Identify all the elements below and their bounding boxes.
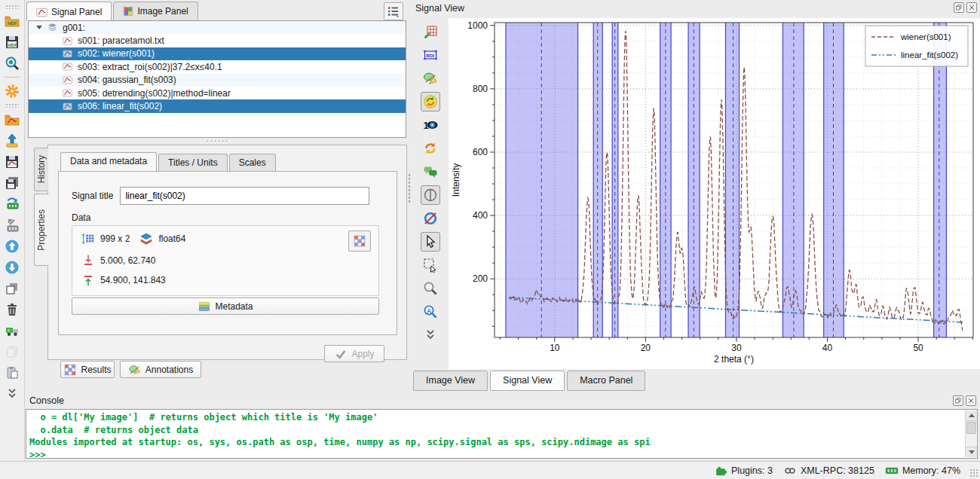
- signal-view-title: Signal View: [415, 3, 464, 14]
- open-signal-button[interactable]: [3, 111, 21, 129]
- toolbar-drag-handle[interactable]: [5, 103, 19, 108]
- more-chevron-button[interactable]: [421, 325, 440, 345]
- curve-marker-button[interactable]: [421, 185, 440, 205]
- annotations-button[interactable]: Annotations: [120, 361, 201, 378]
- tree-item-s005[interactable]: s005: detrending(s002)|method=linear: [29, 87, 406, 99]
- svg-text:600: 600: [473, 147, 488, 157]
- signal-icon: [62, 75, 73, 85]
- tab-signal-panel[interactable]: Signal Panel: [26, 2, 112, 21]
- signal-icon: [62, 88, 73, 98]
- console-close-icon[interactable]: [966, 395, 976, 406]
- signal-view-titlebar: Signal View: [411, 0, 980, 17]
- auto-refresh-button[interactable]: [421, 92, 440, 111]
- roi-editor-button[interactable]: ROI: [421, 45, 440, 65]
- comments-button[interactable]: [421, 162, 440, 182]
- tree-item-label: s004: gaussian_fit(s003): [78, 75, 176, 85]
- tab-data-and-metadata[interactable]: Data and metadata: [60, 152, 157, 172]
- tab-signal-view[interactable]: Signal View: [490, 371, 565, 391]
- save-all-button[interactable]: [3, 174, 21, 192]
- tab-image-panel[interactable]: Image Panel: [113, 2, 198, 20]
- panel-menu-button[interactable]: [384, 2, 403, 20]
- console-scrollbar[interactable]: [965, 410, 976, 457]
- tab-macro-panel[interactable]: Macro Panel: [567, 371, 645, 391]
- expand-icon[interactable]: [36, 26, 42, 29]
- scroll-thumb[interactable]: [966, 422, 976, 434]
- no-curve-button[interactable]: [421, 209, 440, 228]
- tab-image-view[interactable]: Image View: [413, 371, 488, 391]
- console-output[interactable]: o = dl['My image'] # returns object whic…: [26, 409, 978, 459]
- float-icon[interactable]: [954, 2, 964, 13]
- group-icon: [47, 23, 58, 32]
- results-icon: [63, 363, 77, 377]
- svg-text:20: 20: [641, 343, 651, 353]
- rect-select-button[interactable]: [421, 255, 440, 275]
- tree-item-s002[interactable]: s002: wiener(s001): [29, 47, 406, 60]
- more-chevron-button[interactable]: [3, 385, 21, 403]
- view-one-button[interactable]: 1: [421, 115, 440, 135]
- console-float-icon[interactable]: [953, 395, 963, 406]
- signal-tree[interactable]: g001:s001: paracetamol.txts002: wiener(s…: [28, 20, 406, 138]
- view-tabbar: Image View Signal View Macro Panel: [413, 371, 648, 391]
- tree-group-label: g001:: [63, 23, 85, 33]
- refresh-button[interactable]: [421, 139, 440, 158]
- delete-button[interactable]: [3, 301, 21, 319]
- browse-hdf5-button[interactable]: [3, 54, 21, 72]
- plugins-status: Plugins: 3: [714, 464, 773, 477]
- tab-properties[interactable]: Properties: [34, 194, 48, 266]
- tab-signal-panel-label: Signal Panel: [51, 7, 102, 17]
- resize-grip[interactable]: [969, 468, 978, 477]
- svg-text:A: A: [427, 307, 431, 314]
- signal-icon: [62, 102, 73, 111]
- from-memory-button[interactable]: [3, 216, 21, 234]
- view-data-table-button[interactable]: [348, 230, 371, 252]
- zoom-auto-button[interactable]: A: [421, 302, 440, 322]
- to-memory-button[interactable]: [3, 195, 21, 213]
- toolbar-separator: [5, 77, 20, 78]
- signal-title-input[interactable]: [120, 187, 369, 205]
- svg-text:800: 800: [473, 84, 488, 94]
- results-button[interactable]: Results: [60, 361, 115, 378]
- svg-text:HDF: HDF: [8, 43, 18, 47]
- move-up-button[interactable]: [3, 237, 21, 255]
- tree-group-g001[interactable]: g001:: [29, 21, 406, 34]
- toolbar-drag-handle[interactable]: [5, 5, 19, 9]
- move-down-button[interactable]: [3, 258, 21, 276]
- annotations-icon: [128, 363, 142, 377]
- annotations-tool-button[interactable]: [421, 69, 440, 88]
- duplicate-button[interactable]: [3, 279, 21, 297]
- data-min: 5.000, 62.740: [100, 255, 155, 266]
- splitter-handle[interactable]: [25, 139, 409, 143]
- open-hdf5-button[interactable]: HDF: [3, 12, 21, 30]
- delete-all-button[interactable]: 0: [3, 322, 21, 340]
- tree-item-s006[interactable]: s006: linear_fit(s002): [29, 99, 406, 112]
- console-titlebar: Console: [25, 395, 980, 409]
- import-text-button[interactable]: [3, 132, 21, 150]
- signal-icon: [62, 36, 73, 46]
- tree-item-s001[interactable]: s001: paracetamol.txt: [29, 34, 406, 47]
- signal-plot[interactable]: 102030405020040060080010002 theta (°)Int…: [449, 18, 980, 369]
- memory-icon: [885, 464, 899, 477]
- signal-icon: [62, 49, 73, 59]
- export-table-button[interactable]: [421, 22, 440, 41]
- paste-button[interactable]: [3, 364, 21, 382]
- xmlrpc-status: XML-RPC: 38125: [783, 464, 874, 477]
- select-cursor-button[interactable]: [421, 232, 440, 252]
- scroll-down-icon[interactable]: [966, 447, 977, 457]
- svg-text:40: 40: [822, 343, 833, 353]
- zoom-button[interactable]: [421, 279, 440, 298]
- tab-history[interactable]: History: [34, 148, 48, 191]
- min-icon: [81, 254, 95, 267]
- metadata-button[interactable]: Metadata: [72, 297, 379, 315]
- apply-button[interactable]: Apply: [324, 345, 384, 362]
- table-icon: [353, 234, 366, 248]
- save-hdf5-button[interactable]: HDF: [3, 33, 21, 51]
- save-signal-button[interactable]: [3, 153, 21, 171]
- tree-item-s003[interactable]: s003: extract_roi(s002)|37.2≤x≤40.1: [29, 60, 406, 73]
- settings-gear-button[interactable]: [3, 82, 21, 100]
- signal-panel: Signal Panel Image Panel g001:s001: para…: [25, 0, 409, 393]
- scroll-up-icon[interactable]: [966, 410, 977, 421]
- close-icon[interactable]: [966, 2, 977, 13]
- copy-button[interactable]: [3, 343, 21, 361]
- tree-item-s004[interactable]: s004: gaussian_fit(s003): [29, 74, 406, 87]
- memory-status: Memory: 47%: [885, 464, 960, 477]
